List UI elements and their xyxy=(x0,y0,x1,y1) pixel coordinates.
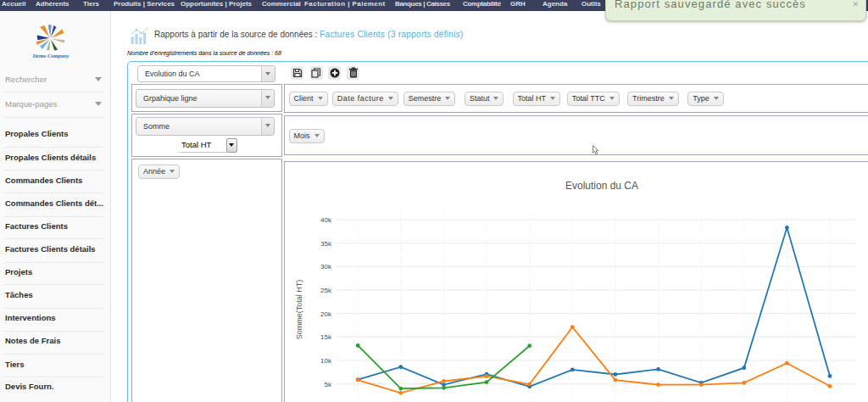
svg-text:40k: 40k xyxy=(320,216,332,224)
svg-text:Evolution du CA: Evolution du CA xyxy=(565,180,638,192)
svg-text:5k: 5k xyxy=(325,381,332,388)
svg-text:15k: 15k xyxy=(320,333,332,341)
svg-text:25k: 25k xyxy=(320,287,332,294)
svg-text:10k: 10k xyxy=(320,357,332,365)
svg-text:Somme(Total HT): Somme(Total HT) xyxy=(295,280,303,340)
svg-text:35k: 35k xyxy=(320,240,332,248)
svg-text:30k: 30k xyxy=(320,263,332,271)
svg-text:20k: 20k xyxy=(320,310,332,318)
